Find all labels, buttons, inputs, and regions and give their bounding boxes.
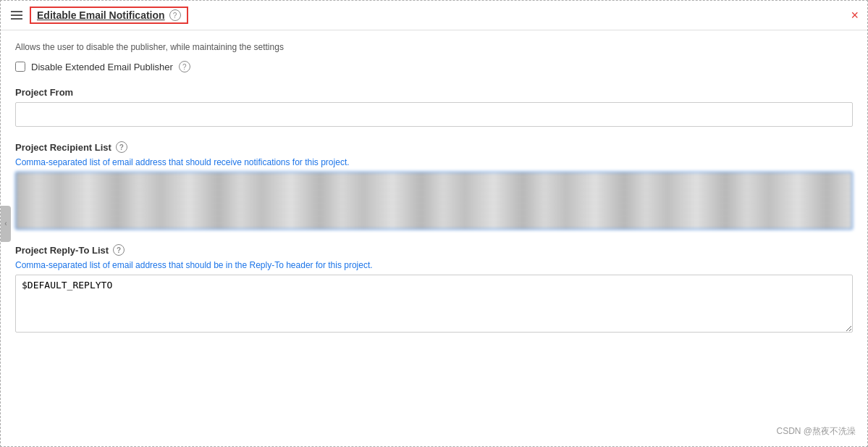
- header-title-box: Editable Email Notification ?: [30, 7, 188, 24]
- modal-body: Allows the user to disable the publisher…: [1, 30, 867, 446]
- modal-header: Editable Email Notification ? ×: [1, 1, 867, 30]
- modal-container: ‹ Editable Email Notification ? × Allows…: [0, 0, 868, 447]
- project-recipient-label: Project Recipient List ?: [15, 141, 853, 153]
- project-from-input[interactable]: [15, 102, 853, 127]
- subtitle-text: Allows the user to disable the publisher…: [15, 42, 853, 52]
- sidebar-handle[interactable]: ‹: [1, 206, 11, 242]
- modal-title: Editable Email Notification: [37, 9, 165, 21]
- disable-checkbox-row: Disable Extended Email Publisher ?: [15, 61, 853, 72]
- project-recipient-section: Project Recipient List ? Comma-separated…: [15, 141, 853, 230]
- project-from-label: Project From: [15, 87, 853, 98]
- disable-help-icon[interactable]: ?: [179, 61, 190, 72]
- replyto-help-icon[interactable]: ?: [113, 244, 125, 256]
- project-replyto-label: Project Reply-To List ?: [15, 244, 853, 256]
- disable-checkbox-label: Disable Extended Email Publisher: [31, 62, 173, 72]
- project-from-section: Project From: [15, 87, 853, 127]
- disable-checkbox[interactable]: [15, 62, 25, 72]
- project-replyto-section: Project Reply-To List ? Comma-separated …: [15, 244, 853, 335]
- watermark: CSDN @熬夜不洗澡: [776, 425, 856, 438]
- recipient-hint: Comma-separated list of email address th…: [15, 157, 853, 167]
- replyto-textarea[interactable]: $DEFAULT_REPLYTO: [15, 275, 853, 333]
- close-button[interactable]: ×: [851, 9, 859, 22]
- recipient-help-icon[interactable]: ?: [116, 141, 127, 153]
- menu-icon[interactable]: [9, 9, 24, 21]
- recipient-blurred-field[interactable]: [15, 172, 853, 230]
- replyto-hint: Comma-separated list of email address th…: [15, 260, 853, 270]
- title-help-icon[interactable]: ?: [169, 9, 181, 21]
